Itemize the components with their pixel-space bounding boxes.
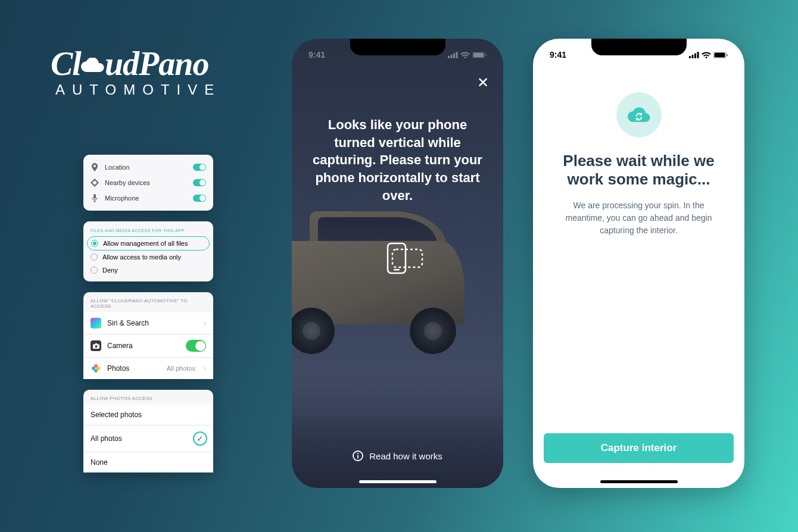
signal-icon xyxy=(689,52,699,58)
svg-rect-0 xyxy=(93,194,96,199)
battery-icon xyxy=(713,52,728,58)
checkmark-icon: ✓ xyxy=(193,431,207,446)
file-option-label: Allow access to media only xyxy=(102,254,181,261)
location-icon xyxy=(91,163,99,171)
logo-sub: AUTOMOTIVE xyxy=(55,82,221,98)
permission-label: Microphone xyxy=(105,195,187,202)
ios-row-label: Siri & Search xyxy=(107,319,195,327)
toggle-on[interactable] xyxy=(186,340,206,352)
file-option-all[interactable]: Allow management of all files xyxy=(87,236,210,251)
file-access-header: FILES AND MEDIA ACCESS FOR THIS APP xyxy=(83,226,213,236)
file-option-label: Allow management of all files xyxy=(103,240,188,247)
cloud-sync-icon xyxy=(616,92,662,137)
svg-rect-3 xyxy=(95,343,97,345)
permission-label: Nearby devices xyxy=(105,179,187,186)
ios-row-siri[interactable]: Siri & Search › xyxy=(83,312,213,334)
phone-capture-overlay: 9:41 ✕ Looks like your phone turned vert… xyxy=(292,39,503,488)
svg-rect-15 xyxy=(388,243,406,273)
how-it-works-link[interactable]: Read how it works xyxy=(292,450,503,461)
rotate-phone-icon xyxy=(371,241,425,279)
photos-option-selected[interactable]: Selected photos xyxy=(83,405,213,425)
ios-row-camera[interactable]: Camera xyxy=(83,334,213,358)
toggle-on[interactable] xyxy=(193,179,206,186)
permission-row-microphone[interactable]: Microphone xyxy=(83,190,213,206)
svg-rect-24 xyxy=(697,52,699,58)
how-it-works-label: Read how it works xyxy=(369,451,442,461)
ios-access-header: ALLOW "CLOUDPANO AUTOMOTIVE" TO ACCESS xyxy=(83,292,213,312)
svg-rect-23 xyxy=(694,53,696,58)
photos-option-none[interactable]: None xyxy=(83,452,213,472)
radio-icon xyxy=(91,254,98,261)
svg-rect-20 xyxy=(357,455,359,459)
brand-logo: Cl udPano AUTOMOTIVE xyxy=(51,45,221,98)
file-option-deny[interactable]: Deny xyxy=(83,264,213,277)
svg-rect-21 xyxy=(689,56,691,58)
processing-body: We are processing your spin. In the mean… xyxy=(554,199,723,237)
orientation-message: Looks like your phone turned vertical wh… xyxy=(308,116,487,204)
photos-option-label: All photos xyxy=(91,434,122,443)
svg-point-2 xyxy=(95,345,97,348)
camera-icon xyxy=(91,340,101,351)
svg-rect-27 xyxy=(727,54,728,56)
svg-rect-26 xyxy=(715,52,725,57)
svg-rect-22 xyxy=(692,55,694,58)
photos-option-label: None xyxy=(91,458,108,467)
permission-row-nearby[interactable]: Nearby devices xyxy=(83,175,213,190)
photos-access-card: ALLOW PHOTOS ACCESS Selected photos All … xyxy=(83,390,213,472)
phone-notch xyxy=(591,39,687,55)
photos-access-header: ALLOW PHOTOS ACCESS xyxy=(83,390,213,405)
permission-label: Location xyxy=(105,164,187,171)
close-button[interactable]: ✕ xyxy=(477,74,489,91)
capture-interior-button[interactable]: Capture interior xyxy=(544,433,734,463)
status-time: 9:41 xyxy=(550,50,566,60)
chevron-right-icon: › xyxy=(204,364,206,373)
phone-processing: 9:41 Please wait while we work some magi… xyxy=(533,39,744,488)
radio-icon xyxy=(91,267,98,274)
status-icons xyxy=(689,52,728,58)
ios-row-label: Camera xyxy=(107,342,180,350)
permissions-card: Location Nearby devices Microphone xyxy=(83,155,213,211)
home-indicator[interactable] xyxy=(600,480,678,483)
svg-rect-16 xyxy=(394,269,400,271)
ios-row-photos[interactable]: Photos All photos › xyxy=(83,358,213,379)
file-option-label: Deny xyxy=(102,267,118,274)
siri-icon xyxy=(91,318,101,328)
wifi-icon xyxy=(702,52,711,58)
info-icon xyxy=(353,450,363,461)
logo-main: Cl udPano xyxy=(51,45,221,83)
svg-rect-17 xyxy=(392,249,422,267)
processing-title: Please wait while we work some magic... xyxy=(547,152,730,189)
file-option-media[interactable]: Allow access to media only xyxy=(83,251,213,264)
capture-button-label: Capture interior xyxy=(601,442,677,454)
toggle-on[interactable] xyxy=(193,164,206,171)
permission-row-location[interactable]: Location xyxy=(83,159,213,175)
microphone-icon xyxy=(91,194,99,202)
photos-option-label: Selected photos xyxy=(91,411,142,419)
toggle-on[interactable] xyxy=(193,195,206,202)
file-access-card: FILES AND MEDIA ACCESS FOR THIS APP Allo… xyxy=(83,221,213,281)
ios-access-card: ALLOW "CLOUDPANO AUTOMOTIVE" TO ACCESS S… xyxy=(83,292,213,379)
cloud-icon xyxy=(80,58,106,74)
phone-notch xyxy=(350,39,445,55)
photos-option-all[interactable]: All photos ✓ xyxy=(83,425,213,452)
nearby-icon xyxy=(91,179,99,187)
radio-selected-icon xyxy=(91,240,98,247)
photos-icon xyxy=(91,363,101,374)
chevron-right-icon: › xyxy=(204,319,206,327)
home-indicator[interactable] xyxy=(359,480,437,483)
svg-point-19 xyxy=(357,453,359,454)
settings-cards-column: Location Nearby devices Microphone FILES… xyxy=(83,155,213,472)
ios-row-value: All photos xyxy=(167,365,195,372)
ios-row-label: Photos xyxy=(107,364,161,373)
svg-point-7 xyxy=(92,367,95,370)
